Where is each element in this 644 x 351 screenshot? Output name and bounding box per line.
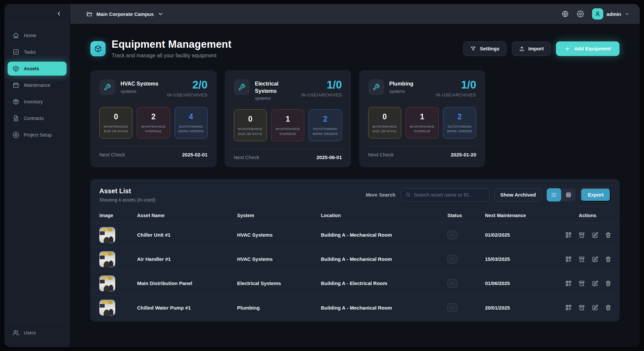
edit-icon[interactable] — [592, 280, 598, 287]
archive-icon[interactable] — [578, 232, 585, 238]
status-badge[interactable]: - — [447, 303, 457, 312]
check-square-icon — [13, 49, 19, 55]
stat-label: MAINTENANCE DUE (30 DAYS) — [371, 124, 399, 134]
sidebar-item-project-setup[interactable]: Project Setup — [8, 128, 67, 142]
stat-maintenance-overdue: 1 MAINTENANCE OVERDUE — [406, 107, 439, 139]
asset-thumbnail[interactable] — [99, 227, 115, 243]
sidebar-item-label: Users — [24, 330, 36, 335]
status-badge[interactable]: - — [447, 231, 457, 239]
next-check-date: 2025-01-20 — [451, 152, 476, 157]
import-button[interactable]: Import — [512, 41, 551, 56]
stat-maintenance-due: 0 MAINTENANCE DUE (30 DAYS) — [234, 109, 267, 141]
list-view-button[interactable] — [547, 188, 561, 202]
next-check-label: Next Check — [99, 152, 125, 157]
stat-label: OUTSTANDING WORK ORDERS — [445, 124, 474, 134]
sidebar-header — [4, 4, 70, 23]
sidebar-nav: Home Tasks Assets Maintenance Inventory … — [4, 23, 70, 322]
qr-code-icon[interactable] — [565, 256, 572, 263]
edit-icon[interactable] — [592, 256, 598, 263]
card-footer: Next Check 2025-02-01 — [99, 146, 208, 157]
next-maintenance-date: 20/01/2025 — [485, 305, 565, 311]
import-button-label: Import — [528, 46, 544, 51]
stat-value: 4 — [177, 112, 205, 121]
more-search-link[interactable]: More Search — [366, 192, 396, 198]
trash-icon[interactable] — [605, 280, 612, 287]
trash-icon[interactable] — [605, 304, 612, 311]
sidebar-item-contracts[interactable]: Contracts — [8, 111, 67, 125]
card-header: HVAC Systems systems 2/0 IN-USE/ARCHIVED — [99, 79, 208, 98]
row-actions — [565, 232, 612, 238]
sidebar-item-home[interactable]: Home — [8, 29, 67, 42]
qr-code-icon[interactable] — [565, 304, 572, 311]
status-badge[interactable]: - — [447, 255, 457, 263]
add-equipment-button[interactable]: Add Equipment — [556, 41, 619, 56]
table-row[interactable]: Air Handler #1 HVAC Systems Building A -… — [91, 247, 619, 271]
row-actions — [565, 256, 612, 263]
next-maintenance-date: 15/03/2025 — [485, 256, 565, 262]
stat-value: 0 — [371, 112, 399, 121]
sidebar-collapse-button[interactable] — [55, 9, 63, 18]
search-icon — [405, 192, 411, 198]
table-row[interactable]: Chiller Unit #1 HVAC Systems Building A … — [91, 223, 619, 247]
table-row[interactable]: Chilled Water Pump #1 Plumbing Building … — [91, 296, 619, 320]
sidebar-item-assets[interactable]: Assets — [8, 62, 67, 76]
trash-icon[interactable] — [605, 256, 612, 263]
asset-location: Building A - Mechanical Room — [321, 232, 447, 238]
settings-button[interactable]: Settings — [463, 41, 506, 56]
upload-icon — [519, 46, 525, 52]
asset-name: Main Distribution Panel — [137, 280, 237, 286]
sidebar-item-tasks[interactable]: Tasks — [8, 45, 67, 59]
stat-label: OUTSTANDING WORK ORDERS — [311, 127, 339, 136]
asset-thumbnail[interactable] — [99, 251, 115, 267]
qr-code-icon[interactable] — [565, 232, 572, 238]
sidebar-footer: Users — [4, 322, 70, 347]
add-equipment-label: Add Equipment — [574, 46, 611, 51]
export-button[interactable]: Export — [581, 188, 611, 202]
archive-icon[interactable] — [578, 304, 585, 311]
table-row[interactable]: Main Distribution Panel Electrical Syste… — [91, 271, 619, 296]
wrench-icon — [99, 79, 115, 95]
card-ratio: 2/0 IN-USE/ARCHIVED — [167, 79, 207, 98]
column-header-asset-name: Asset Name — [137, 213, 237, 218]
edit-icon[interactable] — [592, 304, 598, 311]
stat-value: 1 — [408, 112, 436, 121]
card-header: Plumbing systems 1/0 IN-USE/ARCHIVED — [368, 79, 476, 98]
system-card-plumbing[interactable]: Plumbing systems 1/0 IN-USE/ARCHIVED 0 M… — [359, 70, 485, 167]
app-window: Home Tasks Assets Maintenance Inventory … — [4, 4, 640, 347]
asset-thumbnail[interactable] — [99, 275, 115, 291]
document-icon — [13, 115, 19, 122]
next-check-date: 2025-06-01 — [317, 154, 342, 160]
grid-view-button[interactable] — [561, 188, 576, 202]
system-card-electrical[interactable]: Electrical Systems systems 1/0 IN-USE/AR… — [225, 70, 351, 167]
user-menu[interactable]: admin — [592, 8, 630, 20]
asset-list-header: Asset List Showing 4 assets (In-used) Mo… — [91, 179, 619, 208]
stat-value: 1 — [273, 115, 302, 124]
trash-icon[interactable] — [605, 232, 612, 238]
asset-location: Building A - Mechanical Room — [321, 305, 447, 311]
workspace-selector[interactable]: Main Corporate Campus — [86, 11, 164, 17]
asset-thumbnail[interactable] — [99, 300, 115, 316]
system-card-hvac[interactable]: HVAC Systems systems 2/0 IN-USE/ARCHIVED… — [90, 70, 217, 167]
cube-icon — [94, 45, 102, 53]
sidebar-item-label: Contracts — [24, 116, 44, 121]
asset-system: HVAC Systems — [237, 256, 321, 262]
edit-icon[interactable] — [592, 232, 598, 238]
search-input[interactable] — [414, 192, 485, 198]
sidebar-item-users[interactable]: Users — [8, 326, 67, 340]
asset-system: HVAC Systems — [237, 232, 321, 238]
filter-icon — [470, 46, 476, 52]
sidebar-item-inventory[interactable]: Inventory — [8, 95, 67, 109]
qr-code-icon[interactable] — [565, 280, 572, 287]
status-badge[interactable]: - — [447, 279, 457, 288]
sidebar-item-label: Maintenance — [24, 83, 50, 88]
calendar-icon — [13, 82, 19, 88]
asset-name: Air Handler #1 — [137, 256, 237, 262]
archive-icon[interactable] — [578, 280, 585, 287]
sidebar-item-maintenance[interactable]: Maintenance — [8, 78, 67, 92]
globe-icon[interactable] — [562, 10, 569, 18]
in-use-archived-value: 1/0 — [436, 79, 476, 90]
archive-icon[interactable] — [578, 256, 585, 263]
next-maintenance-date: 01/06/2025 — [485, 280, 565, 286]
show-archived-button[interactable]: Show Archived — [494, 188, 542, 202]
settings-gear-icon[interactable] — [577, 10, 584, 18]
